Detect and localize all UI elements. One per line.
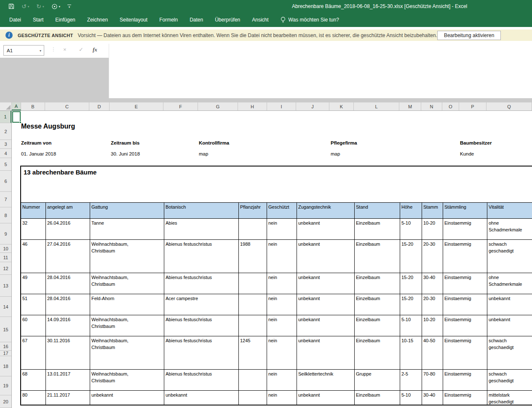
table-cell[interactable]: 5-10: [400, 315, 422, 336]
table-cell[interactable]: 51: [21, 294, 46, 315]
table-cell[interactable]: 13.01.2017: [46, 370, 90, 391]
table-cell[interactable]: unbekannt: [297, 294, 355, 315]
table-cell[interactable]: schwach geschaedigt: [487, 240, 532, 273]
column-header-A[interactable]: A: [12, 102, 21, 110]
column-header-Q[interactable]: Q: [487, 102, 532, 110]
table-cell[interactable]: unbekannt: [297, 315, 355, 336]
insert-function-button[interactable]: fx: [93, 47, 97, 52]
table-cell[interactable]: Einstaemmig: [443, 294, 487, 315]
table-cell[interactable]: [239, 294, 267, 315]
table-cell[interactable]: unbekannt: [297, 219, 355, 240]
save-button[interactable]: [8, 3, 14, 9]
row-header-9[interactable]: 9: [0, 223, 11, 244]
table-cell[interactable]: nein: [267, 315, 297, 336]
row-header-18[interactable]: 18: [0, 356, 11, 376]
table-header-vitalitaet[interactable]: Vitalität: [487, 203, 532, 219]
table-header-angelegt-am[interactable]: angelegt am: [46, 203, 90, 219]
enter-button[interactable]: ✓: [79, 47, 83, 52]
table-cell[interactable]: Abienus festuschristus: [164, 336, 239, 370]
row-header-3[interactable]: 3: [0, 140, 11, 149]
row-header-14[interactable]: 14: [0, 297, 11, 317]
table-cell[interactable]: Weihnachtsbaum, Christbaum: [90, 336, 164, 370]
table-cell[interactable]: 49: [21, 273, 46, 294]
ribbon-tab-daten[interactable]: Daten: [184, 13, 209, 27]
table-cell[interactable]: Einstaemmig: [443, 315, 487, 336]
table-cell[interactable]: 20-30: [422, 294, 443, 315]
table-cell[interactable]: 21.11.2017: [46, 391, 90, 406]
row-header-13[interactable]: 13: [0, 275, 11, 297]
table-cell[interactable]: Einzelbaum: [355, 315, 400, 336]
table-cell[interactable]: Tanne: [90, 219, 164, 240]
table-cell[interactable]: 80: [21, 391, 46, 406]
row-header-7[interactable]: 7: [0, 192, 11, 207]
table-cell[interactable]: nein: [267, 391, 297, 406]
ribbon-tab-einfuegen[interactable]: Einfügen: [49, 13, 81, 27]
table-cell[interactable]: nein: [267, 294, 297, 315]
table-cell[interactable]: mittelstark geschaedigt: [487, 391, 532, 406]
row-header-20[interactable]: 20: [0, 395, 11, 408]
cancel-button[interactable]: ×: [63, 47, 67, 52]
table-cell[interactable]: 32: [21, 219, 46, 240]
row-header-12[interactable]: 12: [0, 262, 11, 275]
table-cell[interactable]: ohne Schadmerkmale: [487, 273, 532, 294]
row-header-4[interactable]: 4: [0, 149, 11, 158]
ribbon-tab-ueberpruefen[interactable]: Überprüfen: [209, 13, 246, 27]
table-cell[interactable]: [239, 219, 267, 240]
table-cell[interactable]: 10-20: [422, 315, 443, 336]
table-cell[interactable]: Einzelbaum: [355, 336, 400, 370]
select-all-corner[interactable]: [0, 102, 12, 110]
table-cell[interactable]: 28.04.2016: [46, 294, 90, 315]
table-cell[interactable]: 15-20: [400, 273, 422, 294]
column-header-E[interactable]: E: [110, 102, 163, 110]
table-header-stamm[interactable]: Stamm: [422, 203, 443, 219]
table-header-nummer[interactable]: Nummer: [21, 203, 46, 219]
table-cell[interactable]: 15-20: [400, 240, 422, 273]
column-header-O[interactable]: O: [442, 102, 459, 110]
table-cell[interactable]: Weihnachtsbaum, Christbaum: [90, 315, 164, 336]
table-cell[interactable]: schwach geschaedigt: [487, 336, 532, 370]
table-cell[interactable]: unbekannt: [90, 391, 164, 406]
column-header-I[interactable]: I: [267, 102, 296, 110]
table-cell[interactable]: unbekannt: [297, 273, 355, 294]
column-header-C[interactable]: C: [45, 102, 89, 110]
table-cell[interactable]: Einzelbaum: [355, 294, 400, 315]
column-header-N[interactable]: N: [421, 102, 442, 110]
table-cell[interactable]: unbekannt: [487, 315, 532, 336]
table-cell[interactable]: [239, 391, 267, 406]
touch-mouse-mode-button[interactable]: ▾: [51, 3, 61, 10]
table-cell[interactable]: 46: [21, 240, 46, 273]
table-cell[interactable]: 1245: [239, 336, 267, 370]
table-cell[interactable]: 67: [21, 336, 46, 370]
table-cell[interactable]: unbekannt: [297, 391, 355, 406]
table-cell[interactable]: [239, 273, 267, 294]
table-cell[interactable]: Abienus festuschristus: [164, 240, 239, 273]
undo-button[interactable]: ↺▾: [21, 3, 29, 9]
column-header-L[interactable]: L: [354, 102, 399, 110]
table-cell[interactable]: nein: [267, 370, 297, 391]
table-cell[interactable]: Seilklettertechnik: [297, 370, 355, 391]
table-cell[interactable]: 30-40: [422, 391, 443, 406]
table-cell[interactable]: Einstaemmig: [443, 219, 487, 240]
table-cell[interactable]: Einstaemmig: [443, 370, 487, 391]
ribbon-tab-ansicht[interactable]: Ansicht: [246, 13, 274, 27]
row-header-11[interactable]: 11: [0, 253, 11, 262]
table-cell[interactable]: nein: [267, 219, 297, 240]
customize-qat-button[interactable]: ▾: [67, 5, 71, 8]
table-cell[interactable]: 10-20: [422, 219, 443, 240]
row-header-17[interactable]: 17: [0, 351, 11, 356]
table-cell[interactable]: 15-20: [400, 294, 422, 315]
row-header-6[interactable]: 6: [0, 171, 11, 192]
table-cell[interactable]: 20-30: [422, 240, 443, 273]
row-header-5[interactable]: 5: [0, 158, 11, 171]
table-cell[interactable]: Einstaemmig: [443, 391, 487, 406]
table-header-hoehe[interactable]: Höhe: [400, 203, 422, 219]
table-header-zugangstechnik[interactable]: Zugangstechnik: [297, 203, 355, 219]
table-cell[interactable]: [239, 370, 267, 391]
table-cell[interactable]: 5-10: [400, 219, 422, 240]
table-cell[interactable]: 10-15: [400, 336, 422, 370]
ribbon-tab-datei[interactable]: Datei: [3, 13, 27, 27]
row-header-1[interactable]: 1: [0, 111, 11, 123]
table-cell[interactable]: Weihnachtsbaum, Christbaum: [90, 370, 164, 391]
table-header-stand[interactable]: Stand: [355, 203, 400, 219]
table-cell[interactable]: Einzelbaum: [355, 219, 400, 240]
